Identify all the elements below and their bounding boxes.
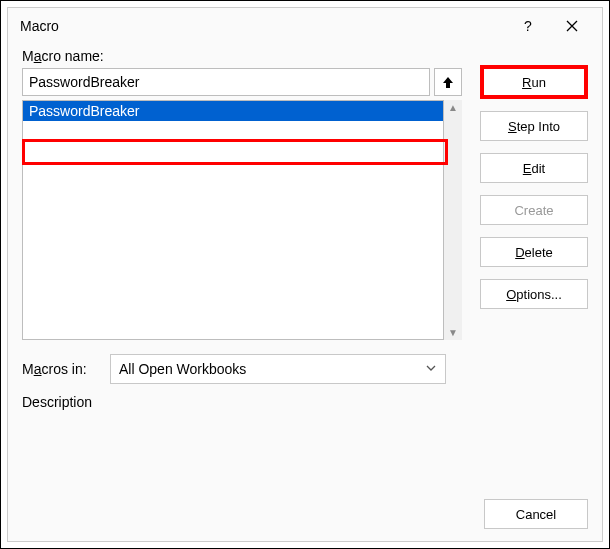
titlebar: Macro ? [8,8,602,44]
scroll-up-icon: ▲ [448,100,458,115]
macro-name-row [22,68,462,96]
cancel-button[interactable]: Cancel [484,499,588,529]
edit-button[interactable]: Edit [480,153,588,183]
footer: Cancel [22,499,588,529]
description-row: Description [22,394,588,414]
outer-frame: Macro ? Macro name: [0,0,610,549]
macros-in-value: All Open Workbooks [119,361,246,377]
go-button[interactable] [434,68,462,96]
macro-list-wrap: PasswordBreaker ▲ ▼ [22,100,462,340]
scroll-down-icon: ▼ [448,325,458,340]
up-arrow-icon [441,75,455,89]
dialog-title: Macro [20,18,506,34]
list-item[interactable]: PasswordBreaker [23,101,443,121]
macros-in-label: Macros in: [22,361,100,377]
close-button[interactable] [550,10,594,42]
listbox-scrollbar[interactable]: ▲ ▼ [444,100,462,340]
macro-name-input[interactable] [22,68,430,96]
macro-dialog: Macro ? Macro name: [7,7,603,542]
chevron-down-icon [425,361,437,377]
macro-listbox[interactable]: PasswordBreaker [22,100,444,340]
help-button[interactable]: ? [506,10,550,42]
run-button[interactable]: Run [480,65,588,99]
macro-name-label: Macro name: [22,48,462,64]
step-into-button[interactable]: Step Into [480,111,588,141]
left-column: Macro name: PasswordBreaker ▲ [22,48,462,340]
description-label: Description [22,394,588,410]
dialog-body: Macro name: PasswordBreaker ▲ [8,44,602,541]
delete-button[interactable]: Delete [480,237,588,267]
options-button[interactable]: Options... [480,279,588,309]
close-icon [566,20,578,32]
macros-in-select[interactable]: All Open Workbooks [110,354,446,384]
create-button: Create [480,195,588,225]
main-row: Macro name: PasswordBreaker ▲ [22,48,588,340]
right-column: Run Step Into Edit Create Delete Options… [480,48,588,340]
macros-in-row: Macros in: All Open Workbooks [22,354,588,384]
